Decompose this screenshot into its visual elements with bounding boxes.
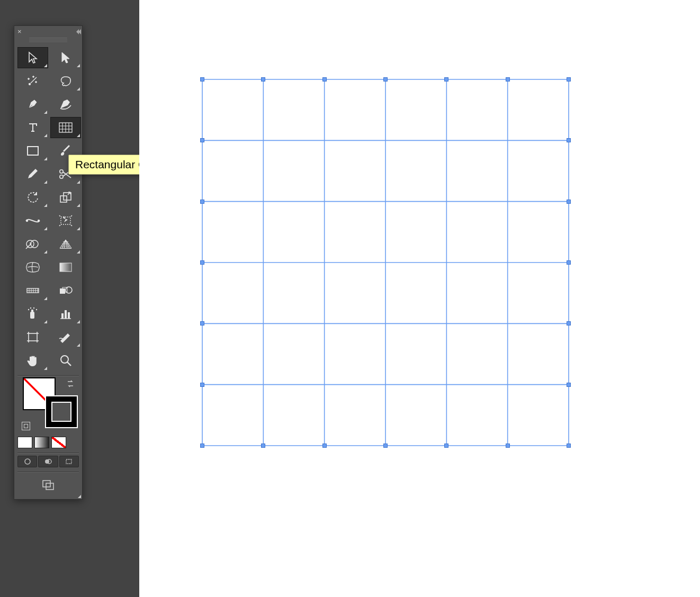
panel-divider <box>17 472 79 473</box>
blend-tool[interactable] <box>50 280 81 301</box>
color-mode-solid[interactable] <box>17 437 32 448</box>
svg-rect-16 <box>62 287 67 292</box>
rectangular-grid-object[interactable] <box>202 79 569 446</box>
svg-rect-13 <box>27 288 39 293</box>
selection-handle[interactable] <box>200 383 204 387</box>
selection-handle[interactable] <box>506 444 510 448</box>
rectangular-grid-tool[interactable] <box>50 117 81 138</box>
svg-rect-9 <box>61 217 70 224</box>
svg-rect-26 <box>29 333 37 341</box>
panel-divider <box>17 375 79 376</box>
svg-rect-6 <box>64 193 71 200</box>
stroke-swatch[interactable] <box>45 395 78 428</box>
artboard-tool[interactable] <box>17 327 48 348</box>
draw-inside-button[interactable] <box>59 456 79 467</box>
pen-tool[interactable] <box>17 94 48 115</box>
selection-handle[interactable] <box>567 444 571 448</box>
selection-handle[interactable] <box>567 200 571 204</box>
tools-panel-header[interactable]: × <box>14 26 82 38</box>
svg-rect-25 <box>68 312 70 319</box>
svg-rect-5 <box>60 196 67 202</box>
svg-rect-33 <box>46 483 53 490</box>
selection-handle[interactable] <box>200 444 204 448</box>
zoom-tool[interactable] <box>50 350 81 371</box>
eyedropper-tool[interactable] <box>17 280 48 301</box>
selection-tool[interactable] <box>17 47 48 68</box>
swap-fill-stroke-icon[interactable] <box>66 379 75 388</box>
perspective-grid-tool[interactable] <box>50 233 81 255</box>
symbol-sprayer-tool[interactable] <box>17 303 48 324</box>
panel-grip-icon[interactable] <box>29 38 67 43</box>
svg-rect-17 <box>30 312 34 319</box>
selection-handle[interactable] <box>383 77 388 82</box>
draw-behind-button[interactable] <box>38 456 58 467</box>
svg-point-11 <box>31 240 38 248</box>
svg-point-21 <box>33 307 34 309</box>
draw-mode-row <box>14 455 82 471</box>
svg-point-19 <box>28 309 29 310</box>
hand-tool[interactable] <box>17 350 48 371</box>
svg-point-8 <box>38 220 40 222</box>
panel-divider <box>17 453 79 454</box>
svg-point-7 <box>26 220 28 222</box>
svg-rect-31 <box>66 459 71 464</box>
artboard-canvas[interactable] <box>139 0 700 597</box>
selection-handle[interactable] <box>200 260 204 265</box>
screen-mode-row <box>14 474 82 499</box>
default-fill-stroke-icon[interactable] <box>22 422 30 430</box>
slice-tool[interactable] <box>50 327 81 348</box>
width-tool[interactable] <box>17 210 48 231</box>
svg-rect-2 <box>28 147 38 155</box>
color-mode-row <box>14 436 82 451</box>
selection-handle[interactable] <box>506 77 510 82</box>
selection-handle[interactable] <box>322 444 327 448</box>
svg-rect-12 <box>60 263 71 272</box>
selection-handle[interactable] <box>261 444 265 448</box>
svg-point-27 <box>61 356 68 363</box>
selection-handle[interactable] <box>200 321 204 325</box>
selection-handle[interactable] <box>567 321 571 325</box>
svg-rect-24 <box>65 310 67 319</box>
svg-point-0 <box>29 84 31 85</box>
magic-wand-tool[interactable] <box>17 70 48 92</box>
selection-handle[interactable] <box>322 77 327 82</box>
curvature-tool[interactable] <box>50 94 81 115</box>
svg-point-4 <box>60 175 63 178</box>
svg-point-3 <box>60 170 63 173</box>
color-mode-gradient[interactable] <box>34 437 49 448</box>
collapse-panel-icon[interactable] <box>76 29 79 34</box>
draw-normal-button[interactable] <box>17 456 37 467</box>
screen-mode-button[interactable] <box>39 478 57 492</box>
svg-rect-1 <box>59 123 72 132</box>
gradient-tool[interactable] <box>50 257 81 278</box>
svg-rect-23 <box>61 313 64 319</box>
selection-handle[interactable] <box>200 138 204 142</box>
color-mode-none[interactable] <box>51 437 66 448</box>
lasso-tool[interactable] <box>50 70 81 92</box>
selection-handle[interactable] <box>261 77 265 82</box>
selection-handle[interactable] <box>567 383 571 387</box>
column-graph-tool[interactable] <box>50 303 81 324</box>
direct-selection-tool[interactable] <box>50 47 81 68</box>
mesh-tool[interactable] <box>17 257 48 278</box>
svg-rect-14 <box>60 288 65 294</box>
selection-handle[interactable] <box>567 77 571 82</box>
selection-handle[interactable] <box>567 260 571 265</box>
selection-handle[interactable] <box>200 77 204 82</box>
fill-stroke-swatch <box>14 377 82 436</box>
selection-handle[interactable] <box>383 444 388 448</box>
shape-builder-tool[interactable] <box>17 233 48 255</box>
selection-handle[interactable] <box>200 200 204 204</box>
svg-point-15 <box>66 287 72 293</box>
svg-point-20 <box>30 307 31 309</box>
close-icon[interactable]: × <box>17 28 22 35</box>
rotate-tool[interactable] <box>17 187 48 208</box>
rectangle-tool[interactable] <box>17 140 48 161</box>
scale-tool[interactable] <box>50 187 81 208</box>
selection-handle[interactable] <box>567 138 571 142</box>
selection-handle[interactable] <box>444 77 448 82</box>
type-tool[interactable] <box>17 117 48 138</box>
selection-handle[interactable] <box>444 444 448 448</box>
free-transform-tool[interactable] <box>50 210 81 231</box>
pencil-tool[interactable] <box>17 164 48 185</box>
